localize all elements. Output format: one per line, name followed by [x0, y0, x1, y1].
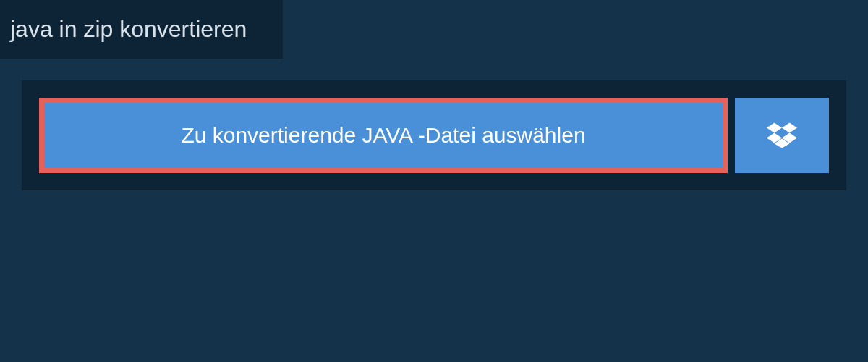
page-title-tab: java in zip konvertieren	[0, 0, 283, 59]
page-title: java in zip konvertieren	[10, 16, 247, 42]
dropbox-icon	[767, 120, 797, 151]
select-file-button[interactable]: Zu konvertierende JAVA -Datei auswählen	[39, 98, 728, 173]
select-file-label: Zu konvertierende JAVA -Datei auswählen	[181, 123, 585, 148]
dropbox-button[interactable]	[735, 98, 829, 173]
upload-panel: Zu konvertierende JAVA -Datei auswählen	[22, 80, 846, 190]
